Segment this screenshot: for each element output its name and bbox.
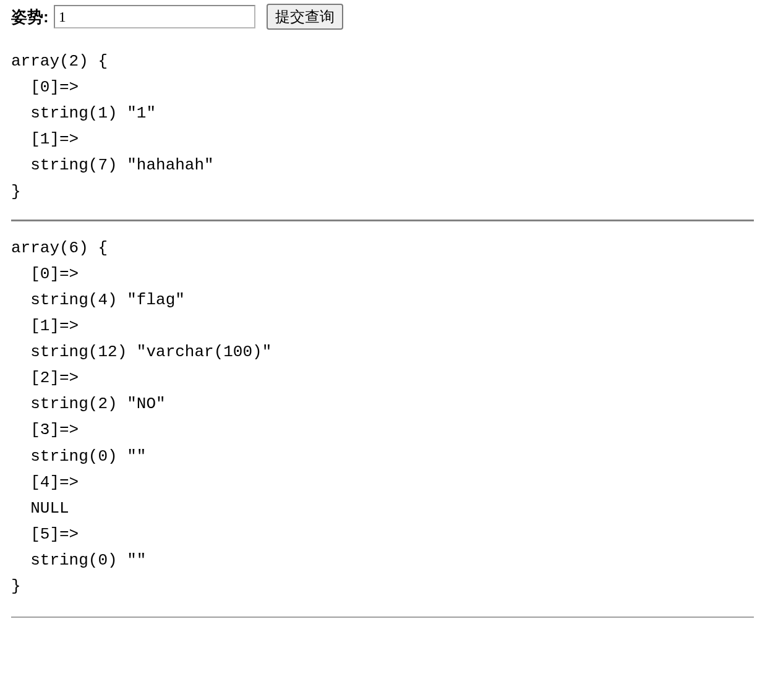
form-label: 姿势: (11, 6, 49, 28)
var-dump-output-2: array(6) { [0]=> string(4) "flag" [1]=> … (11, 235, 754, 600)
divider-bottom (11, 617, 754, 618)
var-dump-output-1: array(2) { [0]=> string(1) "1" [1]=> str… (11, 48, 754, 205)
posture-input[interactable] (54, 5, 255, 28)
submit-button[interactable]: 提交查询 (267, 4, 343, 30)
query-form: 姿势: 提交查询 (11, 4, 754, 30)
divider (11, 220, 754, 221)
